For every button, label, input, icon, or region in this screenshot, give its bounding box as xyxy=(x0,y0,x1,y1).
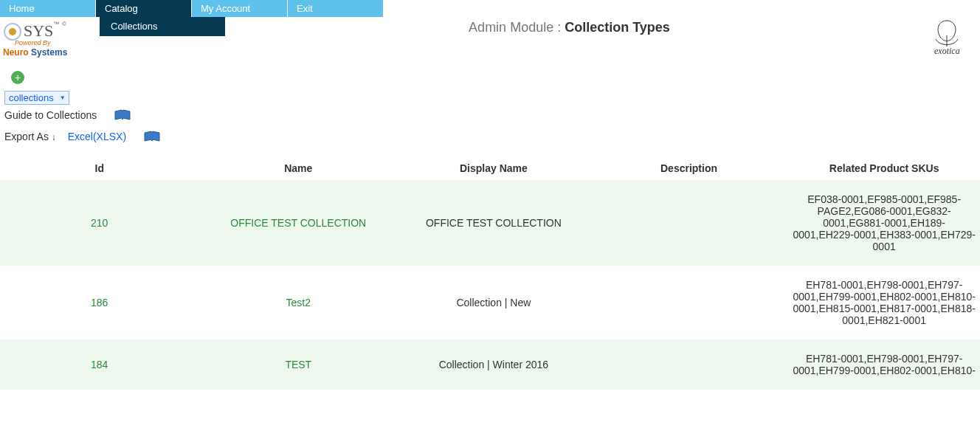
page-title-prefix: Admin Module : xyxy=(469,20,565,35)
row-skus: EH781-0001,EH798-0001,EH797-0001,EH799-0… xyxy=(788,266,980,339)
row-name[interactable]: Test2 xyxy=(286,297,311,308)
svg-text:Powered By: Powered By xyxy=(15,39,51,46)
guide-label: Guide to Collections xyxy=(4,109,97,121)
add-button[interactable]: + xyxy=(11,71,24,84)
svg-text:™: ™ xyxy=(53,21,59,27)
svg-text:Systems: Systems xyxy=(31,47,68,58)
collections-dropdown[interactable]: collections xyxy=(4,91,69,105)
export-label: Export As xyxy=(4,131,49,142)
nav-my-account[interactable]: My Account xyxy=(192,0,288,17)
collections-table: Id Name Display Name Description Related… xyxy=(0,156,980,390)
book-icon[interactable] xyxy=(114,109,131,123)
row-skus: EH781-0001,EH798-0001,EH797-0001,EH799-0… xyxy=(788,339,980,390)
subnav-collections[interactable]: Collections xyxy=(100,17,225,36)
table-row[interactable]: 210 OFFICE TEST COLLECTION OFFICE TEST C… xyxy=(0,180,980,266)
row-display: Collection | Winter 2016 xyxy=(398,339,590,390)
logo-sys-text: SYS xyxy=(24,21,53,40)
nav-exit[interactable]: Exit xyxy=(288,0,384,17)
row-id[interactable]: 184 xyxy=(91,359,108,370)
col-description: Description xyxy=(590,156,789,180)
guide-row: Guide to Collections xyxy=(0,108,980,125)
row-skus: EF038-0001,EF985-0001,EF985-PAGE2,EG086-… xyxy=(788,180,980,266)
table-row[interactable]: 186 Test2 Collection | New EH781-0001,EH… xyxy=(0,266,980,339)
arrow-down-icon: ↓ xyxy=(52,132,56,142)
header-row: SYS ™ © Powered By Neuro Systems Collect… xyxy=(0,17,980,60)
page-title-main: Collection Types xyxy=(565,20,670,35)
top-nav: Home Catalog My Account Exit xyxy=(0,0,980,17)
nav-home[interactable]: Home xyxy=(0,0,96,17)
row-id[interactable]: 186 xyxy=(91,297,108,308)
export-row: Export As ↓ Excel(XLSX) xyxy=(0,125,980,148)
export-excel-link[interactable]: Excel(XLSX) xyxy=(68,131,126,142)
row-id[interactable]: 210 xyxy=(91,217,108,229)
row-name[interactable]: OFFICE TEST COLLECTION xyxy=(230,217,366,229)
row-description xyxy=(590,339,789,390)
col-skus: Related Product SKUs xyxy=(788,156,980,180)
row-display: OFFICE TEST COLLECTION xyxy=(398,180,590,266)
page-title: Admin Module : Collection Types xyxy=(225,20,914,60)
controls-row: collections xyxy=(0,88,980,108)
svg-text:exotica: exotica xyxy=(934,46,960,56)
row-display: Collection | New xyxy=(398,266,590,339)
col-name: Name xyxy=(199,156,398,180)
col-display-name: Display Name xyxy=(398,156,590,180)
svg-text:Neuro: Neuro xyxy=(3,47,29,58)
brand-logo: exotica xyxy=(914,17,980,60)
table-row[interactable]: 184 TEST Collection | Winter 2016 EH781-… xyxy=(0,339,980,390)
svg-text:©: © xyxy=(62,21,66,27)
svg-point-1 xyxy=(9,28,16,35)
table-header-row: Id Name Display Name Description Related… xyxy=(0,156,980,180)
row-name[interactable]: TEST xyxy=(285,359,311,370)
col-id: Id xyxy=(0,156,199,180)
nav-catalog[interactable]: Catalog xyxy=(96,0,192,17)
app-logo: SYS ™ © Powered By Neuro Systems xyxy=(0,17,100,58)
row-description xyxy=(590,266,789,339)
book-icon-2[interactable] xyxy=(144,131,160,145)
row-description xyxy=(590,180,789,266)
